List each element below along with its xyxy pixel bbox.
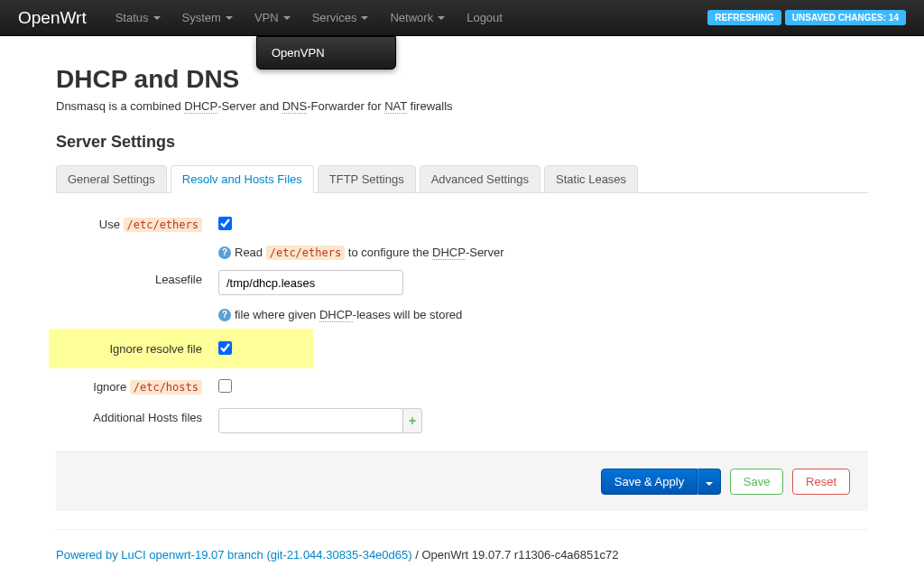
save-button[interactable]: Save bbox=[730, 469, 784, 495]
ignore-resolve-label: Ignore resolve file bbox=[56, 339, 218, 356]
vpn-dropdown: OpenVPN bbox=[256, 36, 396, 70]
footer: Powered by LuCI openwrt-19.07 branch (gi… bbox=[56, 529, 868, 580]
add-hosts-label: Additional Hosts files bbox=[56, 408, 218, 424]
page-description: Dnsmasq is a combined DHCP-Server and DN… bbox=[56, 99, 868, 113]
nav-item-services[interactable]: Services bbox=[301, 0, 380, 36]
form-footer: Save & Apply Save Reset bbox=[56, 451, 868, 511]
leasefile-label: Leasefile bbox=[56, 270, 218, 286]
tab-general-settings[interactable]: General Settings bbox=[56, 165, 167, 193]
caret-icon bbox=[438, 16, 445, 20]
tab-tftp-settings[interactable]: TFTP Settings bbox=[318, 165, 416, 193]
badge-refreshing[interactable]: REFRESHING bbox=[707, 10, 781, 25]
tab-advanced-settings[interactable]: Advanced Settings bbox=[420, 165, 541, 193]
badge-unsaved[interactable]: UNSAVED CHANGES: 14 bbox=[785, 10, 906, 25]
caret-icon bbox=[361, 16, 368, 20]
caret-icon bbox=[283, 16, 291, 20]
help-icon: ? bbox=[218, 246, 231, 259]
reset-button[interactable]: Reset bbox=[792, 469, 850, 495]
nav-item-logout[interactable]: Logout bbox=[456, 0, 513, 36]
ignore-hosts-label: Ignore /etc/hosts bbox=[56, 377, 218, 394]
nav-badges: REFRESHING UNSAVED CHANGES: 14 bbox=[707, 10, 906, 25]
leasefile-input[interactable] bbox=[218, 270, 403, 295]
nav-item-network[interactable]: Network bbox=[379, 0, 456, 36]
nav-menu: Status System VPN Services Network Logou… bbox=[105, 0, 708, 36]
use-ethers-label: Use /etc/ethers bbox=[56, 215, 218, 231]
add-hosts-button[interactable]: + bbox=[402, 408, 422, 433]
nav-item-status[interactable]: Status bbox=[105, 0, 171, 36]
caret-icon bbox=[226, 16, 233, 20]
add-hosts-input[interactable] bbox=[218, 408, 403, 433]
tab-resolv-hosts[interactable]: Resolv and Hosts Files bbox=[171, 165, 314, 193]
caret-icon bbox=[153, 16, 161, 20]
save-apply-button[interactable]: Save & Apply bbox=[601, 469, 698, 495]
save-apply-dropdown-button[interactable] bbox=[698, 469, 721, 495]
navbar-brand[interactable]: OpenWrt bbox=[18, 8, 87, 28]
page-title: DHCP and DNS bbox=[56, 65, 868, 94]
nav-item-vpn[interactable]: VPN bbox=[244, 0, 301, 36]
use-ethers-hint: ? Read /etc/ethers to configure the DHCP… bbox=[218, 242, 868, 266]
use-ethers-checkbox[interactable] bbox=[218, 217, 232, 230]
footer-link[interactable]: Powered by LuCI openwrt-19.07 branch (gi… bbox=[56, 548, 412, 562]
leasefile-hint: ? file where given DHCP-leases will be s… bbox=[218, 304, 868, 329]
ignore-hosts-checkbox[interactable] bbox=[218, 379, 232, 393]
section-title: Server Settings bbox=[56, 133, 868, 152]
navbar: OpenWrt Status System VPN Services Netwo… bbox=[0, 0, 924, 36]
ignore-resolve-checkbox[interactable] bbox=[218, 341, 232, 355]
tabs: General Settings Resolv and Hosts Files … bbox=[56, 164, 868, 193]
dropdown-item-openvpn[interactable]: OpenVPN bbox=[257, 37, 395, 69]
chevron-down-icon bbox=[706, 482, 713, 486]
help-icon: ? bbox=[218, 309, 231, 321]
form-content: Use /etc/ethers ? Read /etc/ethers to co… bbox=[56, 211, 868, 437]
tab-static-leases[interactable]: Static Leases bbox=[544, 165, 638, 193]
nav-item-system[interactable]: System bbox=[171, 0, 244, 36]
